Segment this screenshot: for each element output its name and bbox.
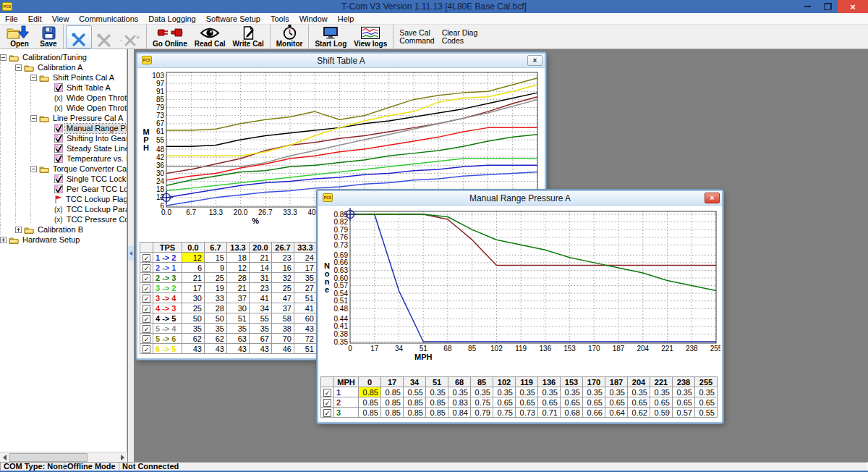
value-cell[interactable]: 35 [205, 324, 227, 334]
menu-file[interactable]: File [0, 13, 23, 25]
value-cell[interactable]: 25 [205, 273, 227, 283]
row-checkbox[interactable]: ✓ [142, 274, 150, 282]
value-cell[interactable]: 0.85 [426, 397, 448, 408]
tree-item-shifting-into-gear-pres[interactable]: Shifting Into Gear Pres [0, 133, 127, 143]
value-cell[interactable]: 0.65 [628, 397, 650, 408]
value-cell[interactable]: 0.35 [493, 387, 516, 397]
menu-window[interactable]: Window [294, 13, 333, 25]
value-cell[interactable]: 28 [205, 303, 227, 313]
value-cell[interactable]: 0.35 [673, 387, 695, 397]
scroll-left-arrow[interactable] [0, 453, 9, 462]
row-checkbox[interactable]: ✓ [142, 345, 150, 353]
tree-item-tcc-lockup-paramete[interactable]: (x)TCC Lockup Paramete [0, 204, 127, 214]
value-cell[interactable]: 0.85 [404, 397, 426, 408]
value-cell[interactable]: 55 [250, 313, 272, 324]
tools-disabled-button[interactable] [92, 25, 116, 49]
value-cell[interactable]: 25 [272, 283, 294, 293]
value-cell[interactable]: 0.65 [493, 397, 516, 408]
value-cell[interactable]: 0.35 [583, 387, 605, 397]
row-checkbox[interactable]: ✓ [142, 335, 150, 343]
collapse-icon[interactable] [30, 115, 37, 122]
row-checkbox[interactable]: ✓ [142, 305, 150, 313]
value-cell[interactable]: 23 [250, 283, 272, 293]
start-log-button[interactable]: Start Log [311, 25, 350, 49]
value-cell[interactable]: 9 [205, 263, 227, 273]
value-cell[interactable]: 0.59 [650, 408, 673, 418]
value-cell[interactable]: 51 [294, 344, 317, 354]
menu-software-setup[interactable]: Software Setup [201, 13, 265, 25]
value-cell[interactable]: 0.35 [561, 387, 583, 397]
tree-item-tcc-pressure-control[interactable]: (x)TCC Pressure Control [0, 214, 127, 224]
value-cell[interactable]: 37 [227, 293, 250, 303]
menu-view[interactable]: View [47, 13, 75, 25]
tree-item-wide-open-throttle-do[interactable]: (x)Wide Open Throttle Do [0, 103, 127, 113]
open-button[interactable]: Open [3, 25, 36, 49]
tree-horizontal-scrollbar[interactable] [0, 452, 127, 462]
mrp-window-close-button[interactable]: × [705, 193, 720, 203]
save-cal-command-button[interactable]: Save CalCommand [396, 25, 438, 49]
value-cell[interactable]: 0.75 [493, 408, 516, 418]
close-button[interactable]: × [838, 0, 868, 13]
tree-item-calibration-tuning[interactable]: Calibration/Tuning [0, 52, 127, 62]
value-cell[interactable]: 70 [272, 334, 294, 344]
value-cell[interactable]: 14 [250, 263, 272, 273]
value-cell[interactable]: 35 [182, 324, 205, 334]
value-cell[interactable]: 34 [250, 303, 272, 313]
value-cell[interactable]: 0.79 [471, 408, 493, 418]
value-cell[interactable]: 0.35 [516, 387, 538, 397]
value-cell[interactable]: 21 [227, 283, 250, 293]
value-cell[interactable]: 0.35 [605, 387, 628, 397]
selected-cell[interactable]: 12 [182, 253, 205, 263]
menu-edit[interactable]: Edit [23, 13, 47, 25]
minimize-button[interactable] [797, 0, 817, 13]
tree-item-shift-table-a[interactable]: Shift Table A [0, 83, 127, 93]
value-cell[interactable]: 17 [294, 263, 317, 273]
value-cell[interactable]: 43 [182, 344, 205, 354]
collapse-icon[interactable] [15, 64, 22, 71]
value-cell[interactable]: 0.65 [561, 397, 583, 408]
value-cell[interactable]: 0.62 [628, 408, 650, 418]
value-cell[interactable]: 0.35 [628, 387, 650, 397]
value-cell[interactable]: 0.55 [695, 408, 718, 418]
row-checkbox[interactable]: ✓ [323, 389, 331, 397]
value-cell[interactable]: 0.85 [381, 408, 404, 418]
value-cell[interactable]: 62 [205, 334, 227, 344]
value-cell[interactable]: 0.75 [471, 397, 493, 408]
value-cell[interactable]: 16 [272, 263, 294, 273]
value-cell[interactable]: 33 [205, 293, 227, 303]
value-cell[interactable]: 41 [294, 303, 317, 313]
scroll-right-arrow[interactable] [118, 453, 127, 462]
value-cell[interactable]: 62 [182, 334, 205, 344]
value-cell[interactable]: 6 [182, 263, 205, 273]
collapse-icon[interactable] [30, 166, 37, 172]
view-logs-button[interactable]: View logs [350, 25, 391, 49]
value-cell[interactable]: 0.73 [516, 408, 538, 418]
row-checkbox[interactable]: ✓ [142, 295, 150, 303]
value-cell[interactable]: 0.83 [448, 397, 471, 408]
value-cell[interactable]: 23 [272, 253, 294, 263]
value-cell[interactable]: 35 [250, 324, 272, 334]
row-checkbox[interactable]: ✓ [142, 285, 150, 292]
value-cell[interactable]: 35 [227, 324, 250, 334]
scrollbar-thumb[interactable] [9, 453, 88, 462]
tree-item-calibration-b[interactable]: Calibration B [0, 224, 127, 235]
value-cell[interactable]: 0.55 [404, 387, 426, 397]
value-cell[interactable]: 0.35 [448, 387, 471, 397]
value-cell[interactable]: 0.84 [448, 408, 471, 418]
value-cell[interactable]: 24 [294, 253, 317, 263]
value-cell[interactable]: 0.65 [673, 397, 695, 408]
row-checkbox[interactable]: ✓ [323, 399, 331, 407]
value-cell[interactable]: 50 [205, 313, 227, 324]
value-cell[interactable]: 51 [294, 293, 317, 303]
tree-item-temperature-vs-line-f[interactable]: Temperature vs. Line F [0, 153, 127, 164]
clear-diag-codes-button[interactable]: Clear DiagCodes [438, 25, 482, 49]
manual-range-pressure-chart[interactable]: 0.850.820.790.760.730.690.660.630.600.57… [320, 206, 720, 374]
panel-splitter[interactable] [128, 49, 134, 462]
value-cell[interactable]: 0.35 [695, 387, 718, 397]
menu-communications[interactable]: Communications [74, 13, 143, 25]
value-cell[interactable]: 41 [250, 293, 272, 303]
value-cell[interactable]: 0.35 [650, 387, 673, 397]
value-cell[interactable]: 17 [182, 283, 205, 293]
value-cell[interactable]: 63 [227, 334, 250, 344]
tree-item-per-gear-tcc-lockup[interactable]: Per Gear TCC Lockup/ [0, 184, 127, 194]
